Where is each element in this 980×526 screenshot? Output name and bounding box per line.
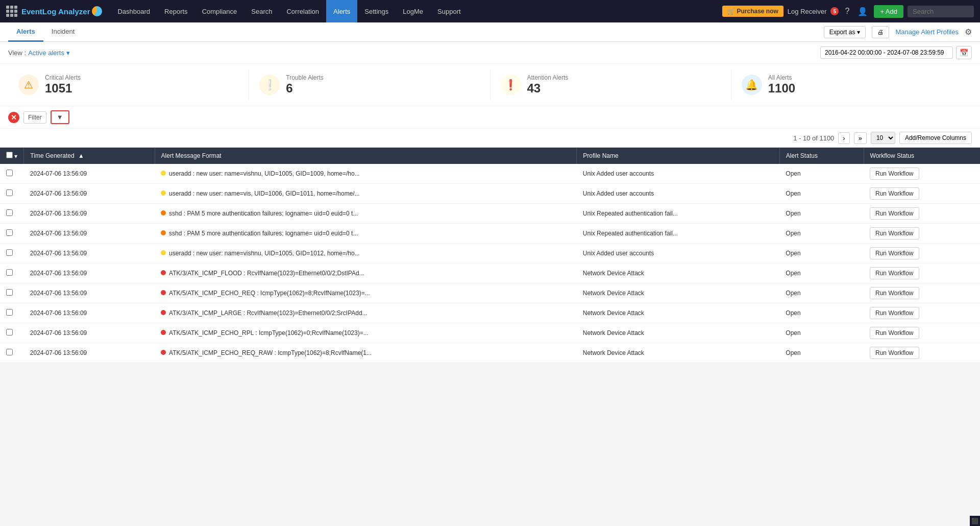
row-status: Open — [779, 224, 864, 244]
row-time: 2024-07-06 13:56:09 — [24, 264, 155, 283]
row-workflow: Run Workflow — [864, 204, 980, 224]
run-workflow-button[interactable]: Run Workflow — [870, 207, 919, 220]
row-checkbox[interactable] — [6, 249, 13, 256]
table-row: 2024-07-06 13:56:09 sshd : PAM 5 more au… — [0, 224, 980, 244]
nav-item-correlation[interactable]: Correlation — [279, 0, 326, 22]
next-page-button[interactable]: › — [838, 132, 849, 144]
nav-item-support[interactable]: Support — [430, 0, 468, 22]
filter-close-button[interactable]: ✕ — [8, 112, 19, 123]
row-status: Open — [779, 323, 864, 343]
all-content: All Alerts 1100 — [768, 74, 795, 95]
bottom-bar: ⬛ — [970, 516, 980, 526]
add-remove-columns-button[interactable]: Add/Remove Columns — [899, 132, 972, 144]
col-alert-status[interactable]: Alert Status — [779, 148, 864, 164]
row-status: Open — [779, 244, 864, 264]
alerts-table-container: ▾ Time Generated ▲ Alert Message Format … — [0, 148, 980, 363]
row-time: 2024-07-06 13:56:09 — [24, 303, 155, 323]
severity-dot-icon — [161, 270, 166, 275]
run-workflow-button[interactable]: Run Workflow — [870, 287, 919, 299]
row-checkbox-cell — [0, 184, 24, 204]
grid-icon[interactable] — [6, 6, 17, 17]
run-workflow-button[interactable]: Run Workflow — [870, 307, 919, 319]
app-logo-text: EventLog Analyzer — [21, 7, 90, 16]
row-checkbox[interactable] — [6, 170, 13, 176]
print-button[interactable]: 🖨 — [872, 26, 889, 38]
row-checkbox-cell — [0, 164, 24, 184]
row-time: 2024-07-06 13:56:09 — [24, 323, 155, 343]
col-alert-message[interactable]: Alert Message Format — [155, 148, 577, 164]
purchase-now-button[interactable]: 🛒 Purchase now — [722, 6, 783, 17]
filter-button[interactable]: ▼ — [51, 110, 69, 124]
manage-alert-profiles-button[interactable]: Manage Alert Profiles — [895, 28, 959, 36]
table-row: 2024-07-06 13:56:09 sshd : PAM 5 more au… — [0, 204, 980, 224]
active-alerts-dropdown[interactable]: Active alerts ▾ — [28, 49, 70, 57]
nav-item-compliance[interactable]: Compliance — [195, 0, 244, 22]
calendar-button[interactable]: 📅 — [956, 46, 972, 59]
search-input[interactable] — [908, 6, 974, 17]
nav-item-reports[interactable]: Reports — [157, 0, 195, 22]
log-receiver-badge: 5 — [830, 7, 839, 15]
table-row: 2024-07-06 13:56:09 useradd : new user: … — [0, 244, 980, 264]
trouble-alerts-card[interactable]: ❕ Trouble Alerts 6 — [249, 70, 490, 100]
row-profile: Unix Repeated authentication fail... — [577, 204, 780, 224]
row-checkbox[interactable] — [6, 309, 13, 316]
user-icon[interactable]: 👤 — [855, 5, 870, 18]
trouble-count: 6 — [286, 81, 324, 95]
row-workflow: Run Workflow — [864, 184, 980, 204]
row-status: Open — [779, 283, 864, 303]
row-message: sshd : PAM 5 more authentication failure… — [155, 224, 577, 244]
summary-bar: ⚠ Critical Alerts 1051 ❕ Trouble Alerts … — [0, 64, 980, 106]
run-workflow-button[interactable]: Run Workflow — [870, 227, 919, 240]
row-message: useradd : new user: name=vishnu, UID=100… — [155, 164, 577, 184]
nav-item-settings[interactable]: Settings — [357, 0, 396, 22]
col-workflow-status[interactable]: Workflow Status — [864, 148, 980, 164]
help-icon[interactable]: ? — [843, 5, 851, 18]
row-checkbox[interactable] — [6, 349, 13, 355]
row-checkbox[interactable] — [6, 269, 13, 276]
nav-right-area: 🛒 Purchase now Log Receiver 5 ? 👤 + Add — [722, 5, 974, 18]
row-checkbox-cell — [0, 283, 24, 303]
nav-item-dashboard[interactable]: Dashboard — [110, 0, 157, 22]
nav-item-alerts[interactable]: Alerts — [326, 0, 357, 22]
run-workflow-button[interactable]: Run Workflow — [870, 168, 919, 180]
run-workflow-button[interactable]: Run Workflow — [870, 267, 919, 279]
rows-per-page-select[interactable]: 10 25 50 — [871, 132, 895, 144]
row-checkbox[interactable] — [6, 289, 13, 296]
tab-incident[interactable]: Incident — [43, 22, 83, 42]
severity-dot-icon — [161, 210, 166, 216]
log-receiver-label[interactable]: Log Receiver — [788, 8, 827, 15]
last-page-button[interactable]: » — [854, 132, 867, 144]
run-workflow-button[interactable]: Run Workflow — [870, 247, 919, 259]
attention-alerts-card[interactable]: ❗ Attention Alerts 43 — [491, 70, 731, 100]
run-workflow-button[interactable]: Run Workflow — [870, 327, 919, 339]
row-checkbox[interactable] — [6, 229, 13, 236]
row-workflow: Run Workflow — [864, 244, 980, 264]
run-workflow-button[interactable]: Run Workflow — [870, 187, 919, 200]
row-profile: Network Device Attack — [577, 264, 780, 283]
row-checkbox-cell — [0, 343, 24, 363]
all-alerts-card[interactable]: 🔔 All Alerts 1100 — [731, 70, 972, 100]
row-profile: Network Device Attack — [577, 283, 780, 303]
select-all-checkbox[interactable] — [6, 152, 13, 158]
row-message: sshd : PAM 5 more authentication failure… — [155, 204, 577, 224]
date-range-input[interactable] — [820, 46, 953, 59]
run-workflow-button[interactable]: Run Workflow — [870, 347, 919, 359]
settings-icon-button[interactable]: ⚙ — [965, 27, 972, 37]
add-button[interactable]: + Add — [874, 5, 903, 18]
row-status: Open — [779, 164, 864, 184]
row-checkbox[interactable] — [6, 189, 13, 196]
row-message: ATK/3/ATK_ICMP_LARGE : RcvIfName(1023)=E… — [155, 303, 577, 323]
row-checkbox[interactable] — [6, 329, 13, 336]
tab-alerts[interactable]: Alerts — [8, 22, 43, 42]
col-profile-name[interactable]: Profile Name — [577, 148, 780, 164]
nav-item-logme[interactable]: LogMe — [396, 0, 430, 22]
nav-item-search[interactable]: Search — [244, 0, 279, 22]
critical-alerts-card[interactable]: ⚠ Critical Alerts 1051 — [8, 70, 249, 100]
row-checkbox[interactable] — [6, 209, 13, 216]
table-header-row: ▾ Time Generated ▲ Alert Message Format … — [0, 148, 980, 164]
sort-asc-icon: ▲ — [78, 152, 84, 159]
severity-dot-icon — [161, 250, 166, 255]
export-button[interactable]: Export as ▾ — [824, 26, 866, 38]
select-all-checkbox-header[interactable]: ▾ — [0, 148, 24, 164]
col-time-generated[interactable]: Time Generated ▲ — [24, 148, 155, 164]
